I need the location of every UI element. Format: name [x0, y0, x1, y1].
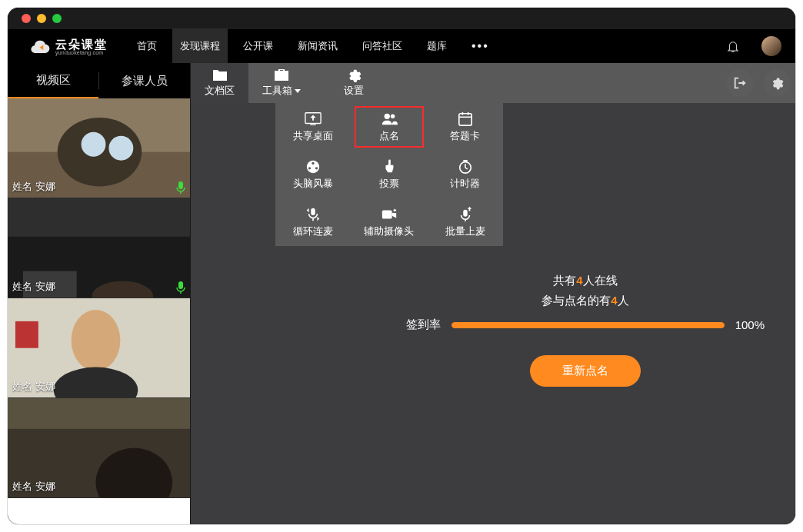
- svg-rect-16: [8, 398, 190, 429]
- calendar-icon: [457, 111, 474, 127]
- svg-point-27: [312, 161, 315, 164]
- progress-fill: [451, 322, 725, 328]
- left-panel: 视频区 参课人员 姓名 安娜 姓名 安娜 姓名 安娜: [8, 63, 191, 524]
- tool-brainstorm[interactable]: 头脑风暴: [275, 151, 352, 198]
- rate-percent: 100%: [735, 318, 765, 331]
- cloud-icon: [31, 36, 51, 56]
- nav-news[interactable]: 新闻资讯: [296, 28, 339, 64]
- brand-logo[interactable]: 云朵课堂 yunduoketang.com: [31, 36, 108, 56]
- mic-icon: [176, 281, 185, 294]
- tool-answer-card[interactable]: 答题卡: [427, 103, 503, 151]
- video-tile[interactable]: 姓名 安娜: [8, 98, 190, 198]
- svg-point-28: [308, 167, 311, 169]
- tool-share-screen[interactable]: 共享桌面: [275, 103, 352, 151]
- svg-rect-34: [463, 209, 467, 216]
- svg-rect-19: [311, 124, 316, 125]
- mic-icon: [176, 181, 185, 194]
- video-list: 姓名 安娜 姓名 安娜 姓名 安娜 姓名 安娜: [8, 98, 190, 524]
- exit-icon: [733, 76, 747, 90]
- mic-up-icon: [457, 207, 474, 222]
- clock-icon: [457, 159, 474, 175]
- video-label: 姓名 安娜: [8, 378, 60, 395]
- svg-rect-7: [8, 198, 190, 237]
- video-label: 姓名 安娜: [8, 478, 60, 495]
- tool-aux-camera[interactable]: 辅助摄像头: [352, 198, 428, 246]
- people-icon: [381, 111, 398, 127]
- video-label: 姓名 安娜: [8, 178, 60, 195]
- progress-bar: [451, 322, 725, 328]
- chevron-down-icon: [295, 89, 301, 93]
- svg-rect-22: [458, 113, 471, 125]
- camera-plus-icon: [381, 207, 398, 222]
- tab-video[interactable]: 视频区: [8, 63, 98, 98]
- tool-loop-mic[interactable]: 循环连麦: [275, 198, 352, 246]
- hand-click-icon: [381, 159, 398, 175]
- main-area: 文档区 工具箱 设置: [191, 63, 795, 524]
- svg-point-3: [82, 132, 106, 157]
- user-avatar[interactable]: [761, 36, 781, 56]
- loop-mic-icon: [305, 207, 322, 222]
- video-tile[interactable]: 姓名 安娜: [8, 298, 190, 398]
- toolbar-docs[interactable]: 文档区: [191, 63, 248, 103]
- top-nav: 云朵课堂 yunduoketang.com 首页 发现课程 公开课 新闻资讯 问…: [8, 29, 795, 63]
- bell-icon[interactable]: [726, 39, 740, 53]
- gear-icon: [345, 68, 362, 82]
- svg-rect-31: [312, 208, 315, 214]
- nav-discover[interactable]: 发现课程: [172, 28, 228, 64]
- signin-rate-row: 签到率 100%: [406, 318, 765, 332]
- tool-rollcall[interactable]: 点名: [352, 103, 428, 151]
- nav-more[interactable]: •••: [470, 28, 491, 64]
- tool-vote[interactable]: 投票: [352, 151, 428, 198]
- svg-rect-5: [178, 181, 183, 189]
- tab-attendees[interactable]: 参课人员: [99, 63, 190, 98]
- video-tile[interactable]: 姓名 安娜: [8, 398, 190, 498]
- video-tile-empty: [8, 498, 190, 524]
- redo-rollcall-button[interactable]: 重新点名: [530, 355, 641, 387]
- film-reel-icon: [305, 159, 322, 175]
- toolbar-toolbox[interactable]: 工具箱: [248, 63, 315, 103]
- nav-open-course[interactable]: 公开课: [242, 28, 275, 64]
- rollcall-result: 共有4人在线 参与点名的有4人 签到率 100% 重新点名: [406, 271, 765, 387]
- svg-point-13: [72, 310, 121, 371]
- minimize-window[interactable]: [37, 14, 46, 23]
- main-toolbar: 文档区 工具箱 设置: [191, 63, 795, 103]
- exit-button[interactable]: [726, 69, 754, 97]
- tool-batch-mic[interactable]: 批量上麦: [427, 198, 503, 246]
- gear-icon: [770, 76, 784, 90]
- svg-rect-12: [15, 321, 38, 348]
- result-text: 共有4人在线 参与点名的有4人: [406, 271, 765, 310]
- settings-button[interactable]: [763, 69, 791, 97]
- window-titlebar: [8, 8, 795, 29]
- tool-timer[interactable]: 计时器: [427, 151, 503, 198]
- video-label: 姓名 安娜: [8, 278, 60, 295]
- svg-point-20: [385, 113, 390, 118]
- left-tabs: 视频区 参课人员: [8, 63, 190, 98]
- rate-label: 签到率: [406, 318, 441, 332]
- nav-qa[interactable]: 问答社区: [361, 28, 404, 64]
- svg-point-21: [391, 114, 395, 118]
- app-window: 云朵课堂 yunduoketang.com 首页 发现课程 公开课 新闻资讯 问…: [8, 8, 795, 524]
- svg-point-29: [315, 167, 318, 169]
- toolbox-dropdown: 共享桌面 点名 答题卡 头脑风暴 投票: [275, 103, 503, 246]
- svg-point-4: [108, 136, 133, 161]
- video-tile[interactable]: 姓名 安娜: [8, 198, 190, 298]
- screen-share-icon: [305, 111, 322, 127]
- toolbar-settings[interactable]: 设置: [330, 63, 378, 103]
- nav-question-bank[interactable]: 题库: [425, 28, 448, 64]
- close-window[interactable]: [22, 14, 31, 23]
- folder-icon: [212, 68, 228, 82]
- briefcase-icon: [273, 68, 290, 82]
- maximize-window[interactable]: [52, 14, 62, 23]
- svg-rect-32: [382, 210, 392, 218]
- brand-sub: yunduoketang.com: [55, 50, 108, 55]
- nav-home[interactable]: 首页: [135, 28, 158, 64]
- svg-rect-10: [178, 281, 183, 289]
